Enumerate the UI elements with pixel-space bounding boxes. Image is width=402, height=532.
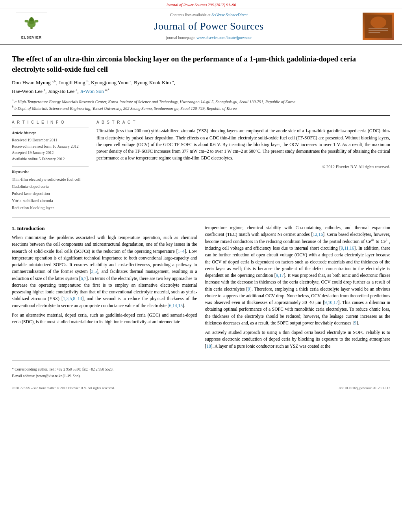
keyword-4: Yttria-stabilized zirconia xyxy=(12,197,89,204)
article-footnotes: * Corresponding author. Tel.: +82 2 958 … xyxy=(12,360,390,379)
date-revised: Received in revised form 16 January 2012 xyxy=(12,143,89,150)
cover-image xyxy=(363,13,394,40)
affiliation-b: b b Dept. of Materials Science and Engin… xyxy=(12,105,390,111)
journal-header: ELSEVIER Contents lists available at Sci… xyxy=(0,9,402,44)
article-footer-bottom: 0378-7753/$ – see front matter © 2012 El… xyxy=(12,383,390,391)
journal-citation: Journal of Power Sources 206 (2012) 91–9… xyxy=(166,3,236,7)
abstract-text: Ultra-thin (less than 200 nm) yttria-sta… xyxy=(96,128,390,161)
article-title: The effect of an ultra-thin zirconia blo… xyxy=(12,54,390,74)
svg-point-3 xyxy=(30,17,34,22)
ref-9c[interactable]: 9 xyxy=(354,321,356,325)
article-history-block: Article history: Received 19 December 20… xyxy=(12,128,89,162)
keyword-3: Pulsed laser deposition xyxy=(12,190,89,197)
elsevier-logo-area: ELSEVIER xyxy=(8,13,55,40)
ref-9b[interactable]: 9 xyxy=(248,287,250,291)
section-1-title: 1. Introduction xyxy=(12,224,197,232)
info-abstract-section: A R T I C L E I N F O Article history: R… xyxy=(12,120,390,211)
footnote-email: E-mail address: jwson@kist.re.kr (J.-W. … xyxy=(12,373,390,379)
elsevier-logo xyxy=(16,13,47,34)
header-divider xyxy=(12,115,390,116)
journal-top-bar: Journal of Power Sources 206 (2012) 91–9… xyxy=(0,0,402,9)
elsevier-label: ELSEVIER xyxy=(21,35,42,40)
date-accepted: Accepted 19 January 2012 xyxy=(12,150,89,156)
history-label: Article history: xyxy=(12,130,89,136)
ref-9-11-16[interactable]: 9,11,16 xyxy=(341,246,354,250)
keyword-2: Gadolinia-doped ceria xyxy=(12,183,89,190)
ref-18[interactable]: 18 xyxy=(206,344,211,348)
article-dates: Received 19 December 2011 Received in re… xyxy=(12,137,89,162)
section-1-body: 1. Introduction When minimizing the prob… xyxy=(12,224,390,352)
svg-rect-10 xyxy=(369,28,388,29)
keyword-5: Reduction-blocking layer xyxy=(12,204,89,211)
journal-homepage: journal homepage: www.elsevier.com/locat… xyxy=(55,35,363,41)
homepage-link[interactable]: www.elsevier.com/locate/jpowsour xyxy=(196,35,252,40)
intro-para-1: When minimizing the problems associated … xyxy=(12,234,197,309)
sciverse-line: Contents lists available at SciVerse Sci… xyxy=(55,12,363,18)
date-received: Received 19 December 2011 xyxy=(12,137,89,143)
keyword-1: Thin-film electrolyte solid-oxide fuel c… xyxy=(12,176,89,183)
elsevier-tree-icon xyxy=(22,17,41,30)
sciverse-link[interactable]: SciVerse ScienceDirect xyxy=(211,13,248,17)
the-word: the xyxy=(325,344,330,348)
article-info-col: A R T I C L E I N F O Article history: R… xyxy=(12,120,89,211)
svg-point-9 xyxy=(371,17,386,28)
ref-9-10-17[interactable]: 9,10,17 xyxy=(324,300,338,305)
article-info-heading: A R T I C L E I N F O xyxy=(12,120,89,125)
cover-svg xyxy=(365,15,392,38)
doi-line[interactable]: doi:10.1016/j.jpowsour.2012.01.117 xyxy=(339,386,390,391)
ref-1-3-5[interactable]: 1,3,5,8–13 xyxy=(63,296,82,301)
abstract-copyright: © 2012 Elsevier B.V. All rights reserved… xyxy=(96,164,390,170)
abstract-divider xyxy=(12,217,390,217)
journal-cover-image xyxy=(363,13,394,40)
section-1-left-col: 1. Introduction When minimizing the prob… xyxy=(12,224,197,352)
authors-line: Doo-Hwan Myung a,b, Jongill Hong b, Kyun… xyxy=(12,78,390,96)
footnote-corresponding: * Corresponding author. Tel.: +82 2 958 … xyxy=(12,367,390,372)
keywords-block: Keywords: Thin-film electrolyte solid-ox… xyxy=(12,166,89,211)
affiliations: a a High-Temperature Energy Materials Re… xyxy=(12,98,390,112)
section-1: 1. Introduction When minimizing the prob… xyxy=(12,224,390,352)
abstract-heading: A B S T R A C T xyxy=(96,120,390,125)
ref-9-17[interactable]: 9,17 xyxy=(276,273,284,278)
article-content: The effect of an ultra-thin zirconia blo… xyxy=(0,44,402,399)
ref-3-5[interactable]: 3,5 xyxy=(91,269,97,274)
date-online: Available online 5 February 2012 xyxy=(12,156,89,162)
issn-line: 0378-7753/$ – see front matter © 2012 El… xyxy=(12,386,115,391)
abstract-col: A B S T R A C T Ultra-thin (less than 20… xyxy=(96,120,390,211)
intro-para-4: An actively studied approach to using a … xyxy=(205,329,391,350)
journal-header-center: Contents lists available at SciVerse Sci… xyxy=(55,12,363,41)
intro-para-2: For an alternative material, doped ceria… xyxy=(12,312,197,326)
ref-6-14-15[interactable]: 6,14,15 xyxy=(169,303,183,308)
ref-6-7[interactable]: 6,7 xyxy=(81,276,86,281)
svg-rect-11 xyxy=(369,30,388,31)
section-1-right-col: temperature regime, chemical stability w… xyxy=(205,224,391,352)
corresponding-author-link[interactable]: Ji-Won Son xyxy=(80,88,104,94)
svg-point-7 xyxy=(35,20,39,22)
intro-para-3: temperature regime, chemical stability w… xyxy=(205,224,391,327)
section-1-number: 1. xyxy=(12,225,16,231)
affiliation-a: a a High-Temperature Energy Materials Re… xyxy=(12,98,390,105)
journal-title: Journal of Power Sources xyxy=(55,19,363,33)
ref-12-16[interactable]: 12,16 xyxy=(313,232,323,237)
ref-1-4[interactable]: 1–4 xyxy=(178,249,185,254)
svg-rect-12 xyxy=(369,32,380,33)
svg-point-6 xyxy=(25,20,28,22)
keywords-label: Keywords: xyxy=(12,169,89,174)
